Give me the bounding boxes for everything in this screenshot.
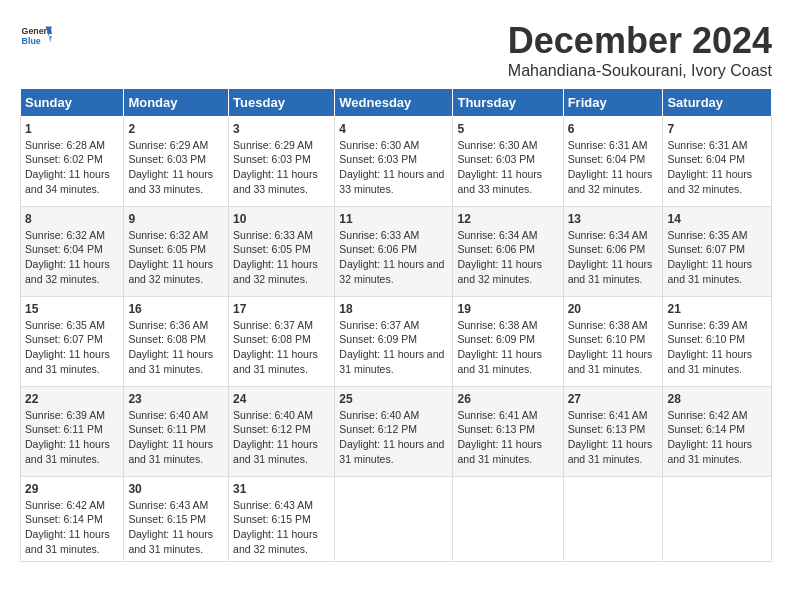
calendar-week-row: 29Sunrise: 6:42 AMSunset: 6:14 PMDayligh… [21, 477, 772, 562]
calendar-cell: 11Sunrise: 6:33 AMSunset: 6:06 PMDayligh… [335, 207, 453, 297]
calendar-cell: 26Sunrise: 6:41 AMSunset: 6:13 PMDayligh… [453, 387, 563, 477]
col-wednesday: Wednesday [335, 89, 453, 117]
calendar-cell: 6Sunrise: 6:31 AMSunset: 6:04 PMDaylight… [563, 117, 663, 207]
svg-text:Blue: Blue [22, 36, 41, 46]
col-monday: Monday [124, 89, 229, 117]
calendar-cell: 24Sunrise: 6:40 AMSunset: 6:12 PMDayligh… [229, 387, 335, 477]
calendar-cell [335, 477, 453, 562]
calendar-cell: 18Sunrise: 6:37 AMSunset: 6:09 PMDayligh… [335, 297, 453, 387]
calendar-cell: 1Sunrise: 6:28 AMSunset: 6:02 PMDaylight… [21, 117, 124, 207]
calendar-cell: 8Sunrise: 6:32 AMSunset: 6:04 PMDaylight… [21, 207, 124, 297]
calendar-header-row: Sunday Monday Tuesday Wednesday Thursday… [21, 89, 772, 117]
title-area: December 2024 Mahandiana-Soukourani, Ivo… [508, 20, 772, 80]
svg-marker-3 [49, 36, 52, 42]
calendar-cell: 5Sunrise: 6:30 AMSunset: 6:03 PMDaylight… [453, 117, 563, 207]
calendar-cell: 29Sunrise: 6:42 AMSunset: 6:14 PMDayligh… [21, 477, 124, 562]
calendar-table: Sunday Monday Tuesday Wednesday Thursday… [20, 88, 772, 562]
calendar-cell: 15Sunrise: 6:35 AMSunset: 6:07 PMDayligh… [21, 297, 124, 387]
calendar-cell: 3Sunrise: 6:29 AMSunset: 6:03 PMDaylight… [229, 117, 335, 207]
calendar-cell [663, 477, 772, 562]
calendar-cell: 17Sunrise: 6:37 AMSunset: 6:08 PMDayligh… [229, 297, 335, 387]
calendar-cell: 9Sunrise: 6:32 AMSunset: 6:05 PMDaylight… [124, 207, 229, 297]
calendar-cell: 10Sunrise: 6:33 AMSunset: 6:05 PMDayligh… [229, 207, 335, 297]
calendar-cell: 30Sunrise: 6:43 AMSunset: 6:15 PMDayligh… [124, 477, 229, 562]
logo: General Blue [20, 20, 52, 52]
calendar-week-row: 15Sunrise: 6:35 AMSunset: 6:07 PMDayligh… [21, 297, 772, 387]
calendar-cell: 31Sunrise: 6:43 AMSunset: 6:15 PMDayligh… [229, 477, 335, 562]
page-title: December 2024 [508, 20, 772, 62]
calendar-cell: 7Sunrise: 6:31 AMSunset: 6:04 PMDaylight… [663, 117, 772, 207]
col-thursday: Thursday [453, 89, 563, 117]
calendar-cell: 14Sunrise: 6:35 AMSunset: 6:07 PMDayligh… [663, 207, 772, 297]
page-header: General Blue December 2024 Mahandiana-So… [20, 20, 772, 80]
calendar-cell [453, 477, 563, 562]
calendar-cell: 28Sunrise: 6:42 AMSunset: 6:14 PMDayligh… [663, 387, 772, 477]
calendar-cell: 21Sunrise: 6:39 AMSunset: 6:10 PMDayligh… [663, 297, 772, 387]
calendar-cell: 25Sunrise: 6:40 AMSunset: 6:12 PMDayligh… [335, 387, 453, 477]
calendar-cell: 23Sunrise: 6:40 AMSunset: 6:11 PMDayligh… [124, 387, 229, 477]
calendar-week-row: 22Sunrise: 6:39 AMSunset: 6:11 PMDayligh… [21, 387, 772, 477]
calendar-cell: 27Sunrise: 6:41 AMSunset: 6:13 PMDayligh… [563, 387, 663, 477]
logo-icon: General Blue [20, 20, 52, 52]
calendar-cell: 19Sunrise: 6:38 AMSunset: 6:09 PMDayligh… [453, 297, 563, 387]
calendar-cell: 20Sunrise: 6:38 AMSunset: 6:10 PMDayligh… [563, 297, 663, 387]
calendar-week-row: 8Sunrise: 6:32 AMSunset: 6:04 PMDaylight… [21, 207, 772, 297]
calendar-week-row: 1Sunrise: 6:28 AMSunset: 6:02 PMDaylight… [21, 117, 772, 207]
col-friday: Friday [563, 89, 663, 117]
page-subtitle: Mahandiana-Soukourani, Ivory Coast [508, 62, 772, 80]
calendar-cell: 2Sunrise: 6:29 AMSunset: 6:03 PMDaylight… [124, 117, 229, 207]
calendar-cell: 13Sunrise: 6:34 AMSunset: 6:06 PMDayligh… [563, 207, 663, 297]
calendar-cell: 16Sunrise: 6:36 AMSunset: 6:08 PMDayligh… [124, 297, 229, 387]
col-saturday: Saturday [663, 89, 772, 117]
calendar-cell: 12Sunrise: 6:34 AMSunset: 6:06 PMDayligh… [453, 207, 563, 297]
calendar-cell: 22Sunrise: 6:39 AMSunset: 6:11 PMDayligh… [21, 387, 124, 477]
calendar-cell: 4Sunrise: 6:30 AMSunset: 6:03 PMDaylight… [335, 117, 453, 207]
calendar-cell [563, 477, 663, 562]
col-tuesday: Tuesday [229, 89, 335, 117]
col-sunday: Sunday [21, 89, 124, 117]
